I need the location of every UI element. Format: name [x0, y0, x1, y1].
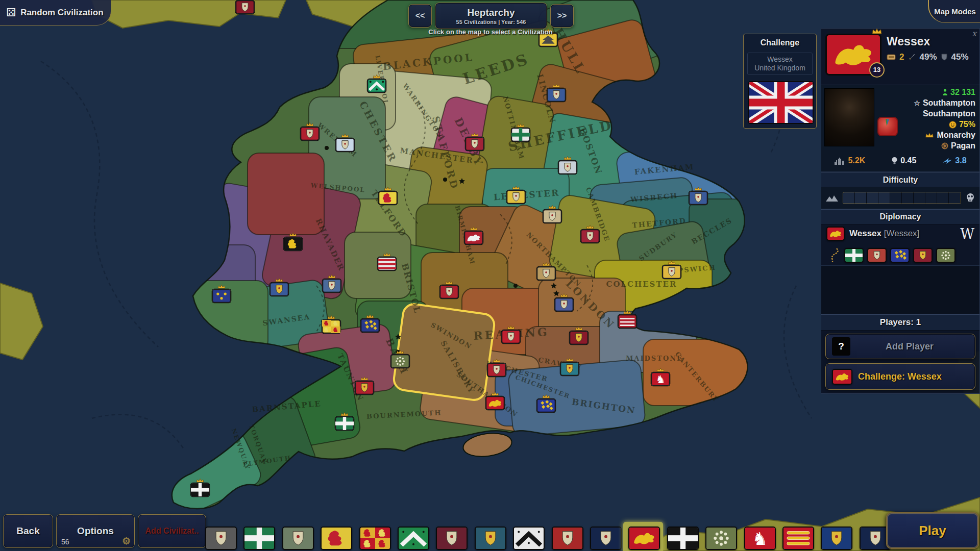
civilization-flag[interactable]	[475, 527, 506, 550]
civilization-flag[interactable]: ♞	[744, 527, 776, 550]
crown-icon	[871, 28, 883, 35]
shield-icon	[941, 53, 948, 61]
svg-text:♞: ♞	[655, 373, 665, 386]
civilization-flag[interactable]	[513, 527, 545, 550]
map-modes-button[interactable]: Map Modes	[928, 0, 980, 23]
civilization-flag[interactable]	[667, 527, 699, 550]
scenario-prev-button[interactable]: <<	[408, 4, 432, 28]
prev-label: <<	[415, 11, 425, 20]
difficulty-segment[interactable]	[949, 192, 961, 204]
challenge-wessex-button[interactable]: Challenge: Wessex	[825, 363, 975, 390]
war-whip-icon	[827, 247, 841, 263]
civilization-flag[interactable]	[398, 527, 429, 550]
province-label: COLCHESTER	[606, 280, 677, 289]
civilization-flag[interactable]	[205, 527, 237, 550]
random-civilization-button[interactable]: ⚄ Random Civilization	[0, 0, 111, 26]
dice-icon: ⚄	[6, 7, 16, 18]
players-header: Players: 1	[821, 314, 979, 331]
diplomacy-empty-area	[821, 265, 979, 315]
challenge-title: Challenge	[744, 34, 816, 51]
civ-stats-row: 2 49% 45%	[887, 52, 969, 62]
government-row: Monarchy	[925, 130, 975, 140]
scenario-subtitle: 55 Civilizations | Year: 546	[456, 19, 526, 25]
civilization-flag-bar: ♞	[0, 521, 886, 551]
civilization-flag[interactable]	[705, 527, 737, 550]
hard-skull-icon	[965, 193, 975, 203]
challenge-civ-box: Wessex United Kingdom	[747, 53, 813, 75]
civilization-flag[interactable]	[821, 527, 852, 550]
add-player-label: Add Player	[850, 341, 969, 352]
game-screen: BLACKPOOLLEEDSSHEFFIELDHULLLINCOLNMANCHE…	[0, 0, 980, 551]
civ-flag[interactable]: 13	[825, 34, 881, 76]
difficulty-slider-row	[821, 187, 979, 209]
civ-name: Wessex	[887, 35, 930, 48]
province-stats-row: 5.2K 0.45 3.8	[821, 150, 979, 172]
add-player-button[interactable]: ? Add Player	[825, 334, 975, 359]
leader-portrait	[824, 88, 874, 146]
monarchy-crown-icon	[925, 132, 934, 138]
diplomacy-civ-row[interactable]: Wessex [Wessex] W	[821, 223, 979, 244]
random-civilization-label: Random Civilization	[20, 8, 103, 18]
civ-sidebar: x 13 Wessex 2 49% 45%	[821, 28, 980, 394]
difficulty-segment[interactable]	[937, 192, 949, 204]
play-button[interactable]: Play	[886, 512, 979, 549]
diplomacy-civ-tag: [Wessex]	[884, 229, 920, 238]
uk-flag	[748, 81, 814, 124]
difficulty-segment[interactable]	[890, 192, 902, 204]
diplomacy-flag[interactable]	[890, 248, 910, 263]
diplomacy-flag[interactable]	[867, 248, 887, 263]
challenge-wessex-label: Challenge: Wessex	[858, 371, 942, 382]
difficulty-segment[interactable]	[914, 192, 925, 204]
civilization-flag[interactable]	[282, 527, 314, 550]
difficulty-segment[interactable]	[867, 192, 878, 204]
difficulty-segment[interactable]	[925, 192, 937, 204]
civ-attack: 49%	[919, 52, 937, 62]
difficulty-slider[interactable]	[843, 192, 961, 204]
difficulty-segment[interactable]	[843, 192, 855, 204]
capital-star-icon: ☆	[914, 98, 920, 108]
civilization-flag[interactable]	[359, 527, 391, 550]
sidebar-close[interactable]: x	[972, 29, 976, 38]
diplomacy-flag[interactable]	[844, 248, 864, 263]
lightbulb-icon	[891, 157, 898, 165]
goods-icon[interactable]	[877, 117, 898, 136]
next-label: >>	[557, 11, 567, 20]
challenge-country: United Kingdom	[748, 64, 812, 72]
play-label: Play	[919, 523, 946, 539]
economy-icon	[834, 157, 845, 165]
civilization-flag[interactable]	[782, 527, 814, 550]
diplomacy-flag[interactable]	[936, 248, 955, 263]
growth-arrow-icon	[942, 157, 952, 164]
pagan-icon	[941, 142, 948, 149]
scenario-title: Heptarchy	[468, 7, 515, 18]
tech-stat: 0.45	[891, 156, 916, 166]
wikipedia-link[interactable]: W	[960, 227, 974, 241]
economy-stat: 5.2K	[834, 156, 865, 166]
diplomacy-header: Diplomacy	[821, 209, 979, 224]
diplomacy-flag[interactable]	[913, 248, 933, 263]
challenge-flag	[832, 369, 852, 385]
civilization-flag[interactable]	[321, 527, 352, 550]
civ-defense: 45%	[951, 52, 969, 62]
civilization-flag[interactable]	[436, 527, 468, 550]
civilization-flag[interactable]	[243, 527, 275, 550]
difficulty-segment[interactable]	[855, 192, 867, 204]
challenge-civ: Wessex	[748, 55, 812, 64]
difficulty-segment[interactable]	[902, 192, 914, 204]
capital-row: ☆ Southampton	[914, 98, 975, 108]
civilization-flag[interactable]	[628, 527, 660, 550]
scenario-next-button[interactable]: >>	[550, 4, 574, 28]
map-hint-text: Click on the map to select a Civilizatio…	[388, 28, 593, 36]
civilization-flag[interactable]	[552, 527, 583, 550]
sword-icon	[908, 53, 916, 61]
province[interactable]	[248, 153, 324, 235]
civilization-flag[interactable]	[590, 527, 622, 550]
map-flag-marker[interactable]	[236, 0, 254, 14]
challenge-panel: Challenge Wessex United Kingdom	[743, 34, 817, 129]
easy-mountain-icon	[825, 193, 839, 203]
religion-row: Pagan	[941, 141, 975, 151]
population-row: 32 131	[942, 87, 975, 97]
cash-icon	[887, 54, 896, 61]
happiness-icon	[949, 121, 957, 129]
difficulty-segment[interactable]	[878, 192, 890, 204]
